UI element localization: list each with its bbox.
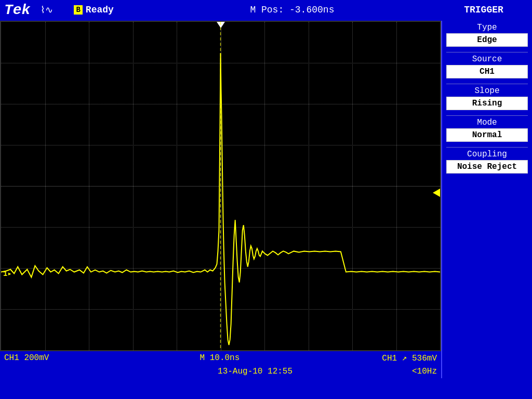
oscilloscope-header: Tek ⌇∿ B Ready M Pos: -3.600ns TRIGGER (0, 0, 532, 21)
mode-value[interactable]: Normal (446, 128, 528, 142)
mode-section: Mode Normal (446, 118, 528, 142)
type-label: Type (446, 23, 528, 32)
waveform-display (1, 22, 440, 350)
waveform-icon: ⌇∿ (41, 4, 53, 16)
type-section: Type Edge (446, 23, 528, 47)
screen-area: 1▸ CH1 200mV M 10.0ns CH1 ↗ 536mV (0, 21, 441, 378)
slope-value[interactable]: Rising (446, 97, 528, 110)
slope-label: Slope (446, 86, 528, 96)
m-position: M Pos: -3.600ns (145, 5, 440, 15)
coupling-label: Coupling (446, 150, 528, 159)
trigger-label: TRIGGER (440, 5, 528, 15)
ch1-scale: CH1 200mV (4, 353, 49, 363)
status-row-1: CH1 200mV M 10.0ns CH1 ↗ 536mV (0, 351, 441, 365)
divider-1 (446, 52, 528, 52)
trigger-panel: Type Edge Source CH1 Slope Rising Mode N… (441, 21, 532, 378)
tek-logo: Tek (4, 2, 30, 18)
source-section: Source CH1 (446, 55, 528, 78)
coupling-value[interactable]: Noise Reject (446, 160, 528, 174)
main-content: 1▸ CH1 200mV M 10.0ns CH1 ↗ 536mV (0, 21, 532, 378)
divider-4 (446, 147, 528, 148)
date-time: 13-Aug-10 12:55 (98, 367, 412, 376)
source-value[interactable]: CH1 (446, 65, 528, 78)
slope-section: Slope Rising (446, 86, 528, 110)
time-scale: M 10.0ns (57, 353, 382, 363)
scope-screen: 1▸ (0, 21, 441, 351)
type-value[interactable]: Edge (446, 33, 528, 47)
ready-section: B Ready (74, 5, 113, 15)
frequency: <10Hz (412, 367, 437, 376)
ready-status: Ready (86, 5, 114, 15)
status-bar: CH1 200mV M 10.0ns CH1 ↗ 536mV 13-Aug-10… (0, 351, 441, 378)
status-row-2: 13-Aug-10 12:55 <10Hz (0, 365, 441, 378)
trigger-info: CH1 ↗ 536mV (382, 353, 437, 363)
divider-3 (446, 115, 528, 116)
coupling-section: Coupling Noise Reject (446, 150, 528, 174)
divider-2 (446, 84, 528, 84)
mode-label: Mode (446, 118, 528, 127)
b-badge: B (74, 5, 82, 15)
source-label: Source (446, 55, 528, 64)
